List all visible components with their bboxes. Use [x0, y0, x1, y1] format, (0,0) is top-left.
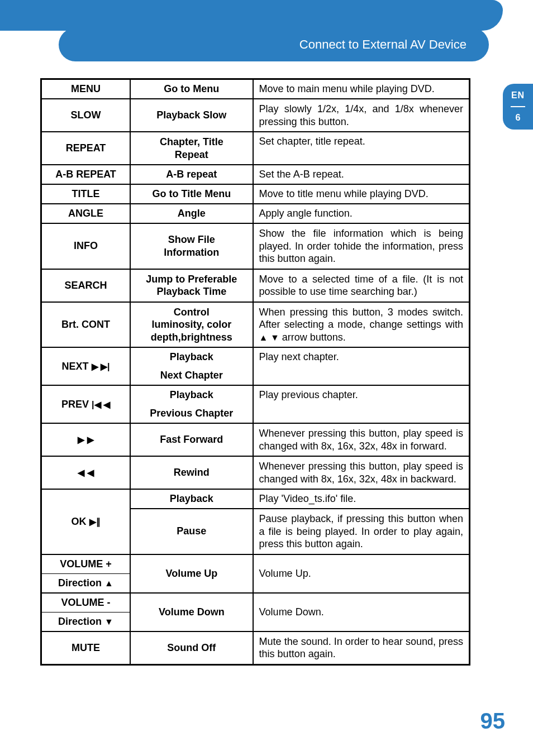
- cell-desc: Play next chapter.: [253, 347, 470, 385]
- cell-desc: Move to main menu while playing DVD.: [253, 79, 470, 99]
- cell-key: A-B REPEAT: [41, 165, 131, 184]
- cell-name-line: Jump to Preferable: [146, 274, 237, 285]
- cell-key: MENU: [41, 79, 131, 99]
- cell-name: Go to Title Menu: [130, 184, 253, 204]
- cell-key: OK ▶∥: [41, 489, 131, 554]
- cell-name: Pause: [130, 509, 253, 554]
- remote-functions-table: MENU Go to Menu Move to main menu while …: [40, 78, 470, 666]
- cell-name: Jump to Preferable Playback Time: [130, 269, 253, 302]
- cell-key: Direction ▲: [41, 573, 131, 593]
- cell-key: ANGLE: [41, 204, 131, 223]
- cell-name: Control luminosity, color depth,brightne…: [130, 302, 253, 348]
- cell-name: Rewind: [130, 456, 253, 489]
- table-row: VOLUME - Volume Down Volume Down.: [41, 593, 470, 613]
- cell-key: MUTE: [41, 631, 131, 665]
- table-row: ANGLE Angle Apply angle function.: [41, 204, 470, 223]
- cell-name-line: Show File: [168, 234, 215, 245]
- header-bar: Connect to External AV Device: [59, 28, 489, 61]
- play-pause-icon: ▶∥: [89, 516, 101, 527]
- cell-key: VOLUME +: [41, 554, 131, 574]
- cell-key: SLOW: [41, 99, 131, 132]
- cell-key: SEARCH: [41, 269, 131, 302]
- cell-name-line: luminosity, color: [151, 319, 231, 330]
- cell-desc-post: arrow buttons.: [279, 332, 346, 343]
- rewind-icon: ◀ ◀: [78, 467, 93, 478]
- table-row: A-B REPEAT A-B repeat Set the A-B repeat…: [41, 165, 470, 184]
- cell-key: INFO: [41, 223, 131, 269]
- cell-key: PREV |◀ ◀: [41, 385, 131, 423]
- table-row: SLOW Playback Slow Play slowly 1/2x, 1/4…: [41, 99, 470, 132]
- cell-key-text: PREV: [61, 399, 92, 410]
- table-row: REPEAT Chapter, Title Repeat Set chapter…: [41, 132, 470, 165]
- arrow-up-icon: ▲: [104, 578, 113, 588]
- cell-key: ▶ ▶: [41, 423, 131, 456]
- cell-desc: Set the A-B repeat.: [253, 165, 470, 184]
- cell-key: VOLUME -: [41, 593, 131, 613]
- cell-name-line: Chapter, Title: [160, 136, 223, 147]
- side-tab-chapter: 6: [503, 113, 533, 123]
- next-chapter-icon: ▶ ▶|: [92, 361, 110, 372]
- cell-name: A-B repeat: [130, 165, 253, 184]
- cell-desc: Move to title menu while playing DVD.: [253, 184, 470, 204]
- cell-name-line: Control: [174, 307, 210, 318]
- cell-name: Next Chapter: [130, 366, 253, 385]
- arrow-down-icon: ▼: [104, 617, 113, 627]
- cell-desc: Apply angle function.: [253, 204, 470, 223]
- cell-desc: Play previous chapter.: [253, 385, 470, 423]
- cell-desc: Set chapter, title repeat.: [253, 132, 470, 165]
- table-row: TITLE Go to Title Menu Move to title men…: [41, 184, 470, 204]
- cell-name: Angle: [130, 204, 253, 223]
- table-row: ◀ ◀ Rewind Whenever pressing this button…: [41, 456, 470, 489]
- cell-desc: Volume Down.: [253, 593, 470, 631]
- cell-name: Playback Slow: [130, 99, 253, 132]
- cell-desc: Play 'Video_ts.ifo' file.: [253, 489, 470, 509]
- table-row: MUTE Sound Off Mute the sound. In order …: [41, 631, 470, 665]
- prev-chapter-icon: |◀ ◀: [92, 399, 110, 410]
- header-title: Connect to External AV Device: [299, 37, 467, 52]
- cell-key-text: OK: [72, 516, 89, 527]
- cell-key: REPEAT: [41, 132, 131, 165]
- arrow-up-down-icon: ▲ ▼: [259, 332, 279, 343]
- side-tab-lang: EN: [503, 90, 533, 101]
- cell-desc: Show the file information which is being…: [253, 223, 470, 269]
- side-tab: EN 6: [503, 84, 533, 130]
- cell-name: Volume Up: [130, 554, 253, 593]
- cell-key: TITLE: [41, 184, 131, 204]
- fast-forward-icon: ▶ ▶: [78, 434, 93, 445]
- cell-name-line: Playback Time: [156, 286, 226, 297]
- cell-key-text: Direction: [58, 616, 104, 627]
- table-row: MENU Go to Menu Move to main menu while …: [41, 79, 470, 99]
- side-tab-divider: [511, 106, 525, 107]
- cell-desc: Whenever pressing this button, play spee…: [253, 456, 470, 489]
- cell-key: ◀ ◀: [41, 456, 131, 489]
- cell-desc: Whenever pressing this button, play spee…: [253, 423, 470, 456]
- cell-name: Previous Chapter: [130, 404, 253, 423]
- page-number: 95: [480, 709, 506, 734]
- cell-name: Volume Down: [130, 593, 253, 631]
- table-row: Brt. CONT Control luminosity, color dept…: [41, 302, 470, 348]
- cell-desc: When pressing this button, 3 modes switc…: [253, 302, 470, 348]
- cell-desc: Volume Up.: [253, 554, 470, 593]
- table-row: NEXT ▶ ▶| Playback Play next chapter.: [41, 347, 470, 366]
- table-row: ▶ ▶ Fast Forward Whenever pressing this …: [41, 423, 470, 456]
- cell-desc: Mute the sound. In order to hear sound, …: [253, 631, 470, 665]
- cell-name-line: Repeat: [175, 149, 208, 160]
- cell-key-text: Direction: [58, 577, 104, 588]
- table-row: SEARCH Jump to Preferable Playback Time …: [41, 269, 470, 302]
- cell-name: Go to Menu: [130, 79, 253, 99]
- cell-desc: Pause playback, if pressing this button …: [253, 509, 470, 554]
- cell-name: Chapter, Title Repeat: [130, 132, 253, 165]
- cell-desc: Play slowly 1/2x, 1/4x, and 1/8x wheneve…: [253, 99, 470, 132]
- cell-name: Playback: [130, 385, 253, 404]
- cell-name: Sound Off: [130, 631, 253, 665]
- cell-name: Playback: [130, 489, 253, 509]
- top-curve: [0, 0, 503, 31]
- cell-key: NEXT ▶ ▶|: [41, 347, 131, 385]
- cell-name-line: depth,brightness: [151, 332, 232, 343]
- table-row: PREV |◀ ◀ Playback Play previous chapter…: [41, 385, 470, 404]
- table-row: VOLUME + Volume Up Volume Up.: [41, 554, 470, 574]
- cell-name: Show File Information: [130, 223, 253, 269]
- cell-name-line: Information: [164, 247, 219, 258]
- cell-key-text: NEXT: [62, 361, 92, 372]
- cell-desc-pre: When pressing this button, 3 modes switc…: [259, 307, 463, 331]
